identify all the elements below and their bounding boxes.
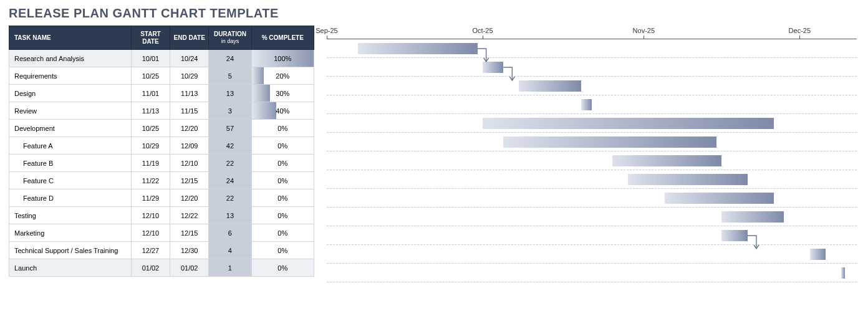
cell-duration[interactable]: 4 bbox=[209, 242, 251, 259]
col-header-name: TASK NAME bbox=[9, 26, 132, 50]
gantt-bar[interactable] bbox=[612, 155, 721, 166]
cell-name[interactable]: Review bbox=[9, 102, 132, 120]
gantt-bar[interactable] bbox=[519, 80, 581, 92]
cell-end[interactable]: 12/20 bbox=[170, 189, 209, 207]
gantt-row bbox=[327, 170, 857, 189]
cell-duration[interactable]: 3 bbox=[209, 102, 251, 120]
cell-pct[interactable]: 0% bbox=[251, 224, 314, 242]
cell-start[interactable]: 01/02 bbox=[131, 259, 170, 277]
cell-end[interactable]: 10/29 bbox=[170, 67, 209, 85]
cell-pct[interactable]: 0% bbox=[251, 172, 314, 189]
cell-pct[interactable]: 0% bbox=[251, 207, 314, 224]
gantt-row bbox=[327, 133, 857, 151]
axis-label: Nov-25 bbox=[633, 27, 655, 34]
gantt-bar[interactable] bbox=[628, 174, 748, 185]
cell-start[interactable]: 12/27 bbox=[131, 242, 170, 259]
cell-end[interactable]: 11/13 bbox=[170, 85, 209, 102]
cell-start[interactable]: 11/19 bbox=[131, 155, 170, 172]
cell-pct[interactable]: 0% bbox=[251, 189, 314, 207]
gantt-bar[interactable] bbox=[503, 136, 716, 148]
cell-name[interactable]: Testing bbox=[9, 207, 132, 224]
cell-start[interactable]: 11/01 bbox=[131, 85, 170, 102]
cell-name[interactable]: Feature B bbox=[9, 155, 132, 172]
cell-pct[interactable]: 0% bbox=[251, 259, 314, 277]
cell-end[interactable]: 11/15 bbox=[170, 102, 209, 120]
cell-name[interactable]: Technical Support / Sales Training bbox=[9, 242, 132, 259]
table-row: Feature D11/2912/20220% bbox=[9, 189, 314, 207]
table-row: Research and Analysis10/0110/2424100% bbox=[9, 50, 314, 67]
cell-name[interactable]: Feature A bbox=[9, 137, 132, 155]
table-row: Feature B11/1912/10220% bbox=[9, 155, 314, 172]
gantt-row bbox=[327, 114, 857, 133]
cell-start[interactable]: 10/29 bbox=[131, 137, 170, 155]
gantt-bar[interactable] bbox=[483, 62, 503, 73]
cell-duration[interactable]: 1 bbox=[209, 259, 251, 277]
cell-end[interactable]: 12/22 bbox=[170, 207, 209, 224]
cell-end[interactable]: 12/30 bbox=[170, 242, 209, 259]
cell-start[interactable]: 11/29 bbox=[131, 189, 170, 207]
main-container: TASK NAME START DATE END DATE DURATIONin… bbox=[9, 26, 859, 282]
table-row: Testing12/1012/22130% bbox=[9, 207, 314, 224]
gantt-bar[interactable] bbox=[483, 118, 774, 129]
cell-end[interactable]: 12/15 bbox=[170, 224, 209, 242]
gantt-row bbox=[327, 208, 857, 226]
cell-end[interactable]: 12/10 bbox=[170, 155, 209, 172]
gantt-bar[interactable] bbox=[721, 230, 748, 241]
cell-start[interactable]: 11/13 bbox=[131, 102, 170, 120]
cell-start[interactable]: 10/25 bbox=[131, 67, 170, 85]
cell-duration[interactable]: 24 bbox=[209, 50, 251, 67]
cell-pct[interactable]: 100% bbox=[251, 50, 314, 67]
cell-end[interactable]: 01/02 bbox=[170, 259, 209, 277]
cell-name[interactable]: Launch bbox=[9, 259, 132, 277]
gantt-row bbox=[327, 264, 857, 282]
cell-start[interactable]: 12/10 bbox=[131, 224, 170, 242]
cell-duration[interactable]: 6 bbox=[209, 224, 251, 242]
gantt-row bbox=[327, 151, 857, 170]
gantt-bar[interactable] bbox=[810, 249, 826, 260]
cell-name[interactable]: Research and Analysis bbox=[9, 50, 132, 67]
cell-pct[interactable]: 30% bbox=[251, 85, 314, 102]
gantt-bar[interactable] bbox=[358, 43, 478, 54]
cell-duration[interactable]: 13 bbox=[209, 207, 251, 224]
cell-end[interactable]: 12/09 bbox=[170, 137, 209, 155]
cell-pct[interactable]: 0% bbox=[251, 137, 314, 155]
table-row: Design11/0111/131330% bbox=[9, 85, 314, 102]
cell-pct[interactable]: 40% bbox=[251, 102, 314, 120]
cell-duration[interactable]: 22 bbox=[209, 155, 251, 172]
cell-end[interactable]: 12/15 bbox=[170, 172, 209, 189]
cell-pct[interactable]: 0% bbox=[251, 242, 314, 259]
cell-start[interactable]: 10/25 bbox=[131, 120, 170, 137]
gantt-row bbox=[327, 245, 857, 264]
cell-start[interactable]: 10/01 bbox=[131, 50, 170, 67]
gantt-bar[interactable] bbox=[581, 99, 592, 110]
table-row: Feature A10/2912/09420% bbox=[9, 137, 314, 155]
gantt-bar[interactable] bbox=[721, 211, 784, 223]
cell-start[interactable]: 12/10 bbox=[131, 207, 170, 224]
cell-end[interactable]: 10/24 bbox=[170, 50, 209, 67]
gantt-row bbox=[327, 77, 857, 95]
cell-name[interactable]: Feature C bbox=[9, 172, 132, 189]
table-row: Launch01/0201/0210% bbox=[9, 259, 314, 277]
cell-start[interactable]: 11/22 bbox=[131, 172, 170, 189]
gantt-bar[interactable] bbox=[841, 267, 845, 279]
gantt-bar[interactable] bbox=[665, 193, 774, 204]
cell-name[interactable]: Feature D bbox=[9, 189, 132, 207]
cell-duration[interactable]: 22 bbox=[209, 189, 251, 207]
gantt-row bbox=[327, 189, 857, 208]
cell-name[interactable]: Requirements bbox=[9, 67, 132, 85]
cell-name[interactable]: Development bbox=[9, 120, 132, 137]
cell-name[interactable]: Marketing bbox=[9, 224, 132, 242]
cell-pct[interactable]: 0% bbox=[251, 120, 314, 137]
cell-name[interactable]: Design bbox=[9, 85, 132, 102]
cell-duration[interactable]: 13 bbox=[209, 85, 251, 102]
gantt-axis: Sep-25Oct-25Nov-25Dec-25 bbox=[327, 26, 857, 39]
cell-pct[interactable]: 20% bbox=[251, 67, 314, 85]
cell-duration[interactable]: 5 bbox=[209, 67, 251, 85]
page-title: RELEASE PLAN GANTT CHART TEMPLATE bbox=[9, 6, 859, 21]
cell-end[interactable]: 12/20 bbox=[170, 120, 209, 137]
cell-duration[interactable]: 24 bbox=[209, 172, 251, 189]
cell-pct[interactable]: 0% bbox=[251, 155, 314, 172]
axis-label: Dec-25 bbox=[789, 27, 811, 34]
cell-duration[interactable]: 57 bbox=[209, 120, 251, 137]
cell-duration[interactable]: 42 bbox=[209, 137, 251, 155]
